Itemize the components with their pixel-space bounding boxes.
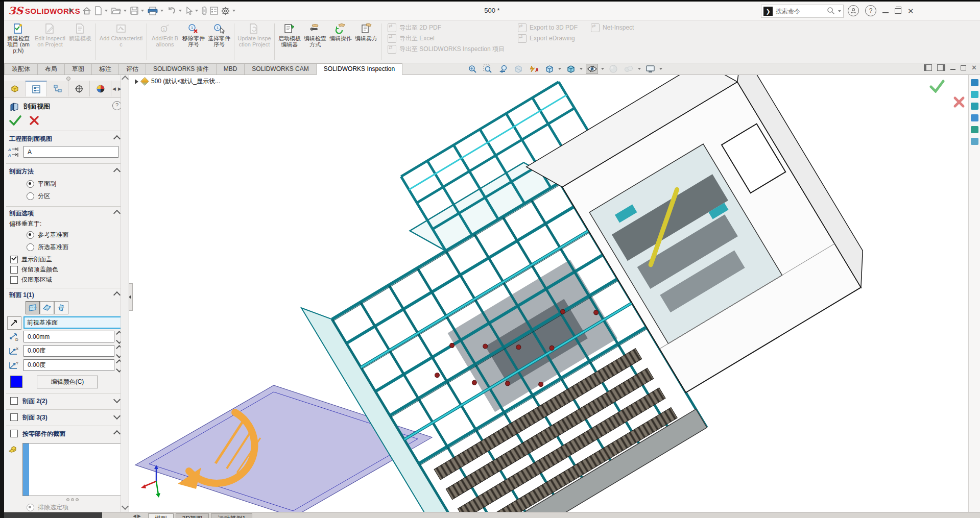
rebuild-icon[interactable] (200, 4, 208, 17)
undo-icon[interactable] (165, 4, 178, 17)
graphics-viewport[interactable]: 500 (默认<默认_显示状... (129, 75, 968, 512)
display-style-icon[interactable] (564, 64, 577, 74)
launch-template-editor-button[interactable]: 启动模板编辑器 (278, 22, 301, 47)
account-icon[interactable] (848, 5, 859, 16)
tab-cam[interactable]: SOLIDWORKS CAM (245, 63, 316, 75)
reference-plane-field[interactable]: 前视基准面 (23, 316, 122, 329)
task-pane-view-palette-icon[interactable] (971, 114, 978, 121)
scroll-down-icon[interactable] (122, 503, 129, 510)
radio-reference-plane[interactable]: 参考基准面 (27, 231, 68, 239)
task-pane-appearances-icon[interactable] (971, 126, 978, 133)
options-list-icon[interactable] (208, 4, 220, 17)
search-dropdown-icon[interactable] (838, 10, 841, 12)
tab-model[interactable]: 模型 (148, 513, 174, 518)
collapse-left-pane-icon[interactable] (924, 64, 932, 71)
tab-configurationmanager[interactable] (47, 81, 68, 96)
list-resize-grip[interactable] (66, 498, 79, 501)
y-rotation-field[interactable] (23, 359, 114, 371)
export-2d-pdf-button[interactable]: 导出至 2D PDF (388, 23, 505, 32)
new-inspection-project-button[interactable]: 新建检查项目 (amp;N) (5, 22, 32, 54)
checkbox-per-component[interactable] (10, 430, 18, 437)
hide-show-items-icon[interactable] (586, 64, 598, 74)
top-plane-button[interactable] (40, 301, 54, 314)
tab-mbd[interactable]: MBD (217, 63, 245, 75)
annotations-view-icon[interactable]: A (528, 64, 540, 74)
tab-3d-views[interactable]: 3D视图 (176, 513, 209, 518)
search-icon[interactable] (827, 7, 837, 16)
tab-sketch[interactable]: 草图 (65, 63, 92, 75)
edit-inspection-methods-button[interactable]: 编辑检查方式 (303, 22, 327, 47)
section-view-icon[interactable] (512, 64, 524, 74)
view-orientation-dropdown-icon[interactable] (558, 68, 561, 70)
undo-dropdown-icon[interactable] (179, 10, 182, 12)
task-pane-explorer-icon[interactable] (971, 103, 978, 110)
hide-show-dropdown-icon[interactable] (601, 68, 604, 70)
radio-exclude-selected[interactable]: 排除选定项 (27, 503, 68, 512)
save-icon[interactable] (129, 4, 140, 17)
panel-resize-grip[interactable] (4, 75, 129, 81)
collapse-chevron-icon[interactable] (113, 291, 121, 299)
collapse-right-pane-icon[interactable] (937, 64, 945, 71)
task-pane-custom-props-icon[interactable] (971, 138, 978, 145)
task-pane-library-icon[interactable] (971, 91, 978, 98)
tab-dimxpertmanager[interactable] (68, 81, 90, 96)
confirm-cancel-button[interactable] (953, 96, 965, 110)
view-settings-dropdown-icon[interactable] (659, 68, 662, 70)
ok-button[interactable] (9, 115, 21, 126)
tab-assembly[interactable]: 装配体 (4, 63, 38, 75)
home-icon[interactable] (81, 4, 93, 17)
open-dropdown-icon[interactable] (124, 10, 127, 12)
logo-flyout-arrow-icon[interactable] (69, 8, 73, 13)
display-style-dropdown-icon[interactable] (580, 68, 583, 70)
per-component-header[interactable]: 按零部件的截面 (22, 430, 65, 438)
add-characteristic-button[interactable]: Add Characteristic (99, 22, 144, 47)
radio-zonal[interactable]: 分区 (27, 192, 50, 201)
section-label-input[interactable] (27, 148, 115, 156)
cancel-button[interactable] (30, 116, 39, 125)
edit-appearance-icon[interactable] (607, 64, 619, 74)
new-template-button[interactable]: 新建模板 (68, 22, 92, 41)
checkbox-keep-cap-color[interactable]: 保留顶盖颜色 (10, 265, 58, 274)
add-edit-balloons-button[interactable]: 1 Add/Edit Balloons (150, 22, 180, 47)
tabs-nav-left-icon[interactable]: ◀ (112, 86, 116, 91)
confirm-ok-button[interactable] (929, 80, 945, 94)
expand-chevron-icon[interactable] (113, 412, 121, 420)
panel-scrollbar[interactable] (121, 75, 129, 512)
tab-addins[interactable]: SOLIDWORKS 插件 (146, 63, 217, 75)
export-edrawing-button[interactable]: Export eDrawing (518, 34, 578, 42)
section2-header[interactable]: 剖面 2(2) (22, 397, 47, 406)
new-document-dropdown-icon[interactable] (105, 10, 108, 12)
print-icon[interactable] (146, 4, 159, 17)
collapse-chevron-icon[interactable] (113, 168, 121, 175)
section-color-swatch[interactable] (10, 376, 22, 388)
study-tabs-nav-icons[interactable]: ◀▶ (133, 513, 142, 518)
update-inspection-project-button[interactable]: Update Inspection Project (237, 22, 271, 47)
collapse-chevron-icon[interactable] (113, 210, 121, 217)
collapse-chevron-icon[interactable] (113, 430, 121, 437)
section-options-header[interactable]: 剖面选项 (9, 209, 34, 218)
help-icon[interactable]: ? (865, 5, 876, 16)
section3-header[interactable]: 剖面 3(3) (22, 413, 47, 422)
gear-dropdown-icon[interactable] (232, 10, 235, 12)
checkbox-graphics-only[interactable]: 仅图形区域 (10, 276, 52, 284)
view-orientation-icon[interactable] (543, 64, 555, 74)
select-cursor-icon[interactable] (184, 4, 194, 17)
tab-featuremanager[interactable] (4, 81, 26, 96)
export-sw-inspection-button[interactable]: 导出至 SOLIDWORKS Inspection 项目 (388, 45, 505, 53)
tab-layout[interactable]: 布局 (38, 63, 65, 75)
open-icon[interactable] (110, 4, 123, 17)
doc-restore-icon[interactable] (961, 65, 966, 70)
task-pane-resources-icon[interactable] (971, 79, 978, 86)
tab-motion-study[interactable]: 运动算例1 (211, 513, 252, 518)
tab-displaymanager[interactable] (90, 81, 111, 96)
collapse-chevron-icon[interactable] (113, 135, 121, 142)
previous-view-icon[interactable] (497, 64, 509, 74)
gear-icon[interactable] (220, 4, 231, 17)
offset-distance-field[interactable] (23, 331, 114, 342)
edit-vendor-button[interactable]: 编辑卖方 (354, 22, 378, 41)
restore-icon[interactable] (895, 8, 901, 14)
x-rotation-input[interactable] (27, 347, 111, 355)
tab-evaluate[interactable]: 评估 (119, 63, 146, 75)
right-plane-button[interactable] (54, 301, 68, 314)
search-input[interactable] (775, 7, 827, 15)
